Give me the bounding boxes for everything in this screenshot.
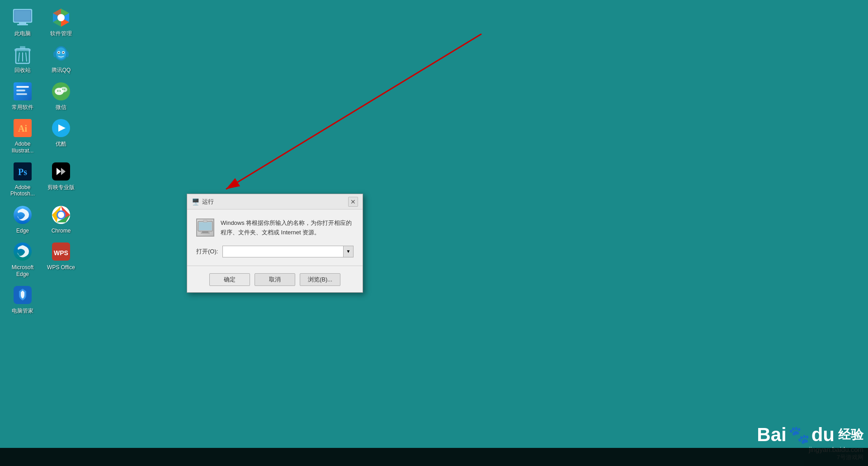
icon-wechat[interactable]: 微信 <box>43 78 79 113</box>
dialog-input-container: ▼ <box>222 246 354 257</box>
svg-rect-48 <box>202 231 208 233</box>
desktop: 此电脑 软件管理 <box>0 0 868 466</box>
svg-rect-49 <box>201 233 210 233</box>
adobe-ps-label: Adobe Photosh... <box>7 184 38 197</box>
dialog-title-icon: 🖥️ <box>192 198 199 205</box>
icon-row-0: 此电脑 软件管理 <box>5 5 79 39</box>
jianying-icon <box>50 161 72 182</box>
common-sw-icon <box>12 81 33 102</box>
svg-point-39 <box>58 212 64 218</box>
pcmgr-label: 电脑管家 <box>12 308 33 314</box>
youku-icon <box>50 117 72 139</box>
icon-wps[interactable]: WPS WPS Office <box>43 238 79 280</box>
dialog-titlebar: 🖥️ 运行 ✕ <box>187 194 363 209</box>
icon-ms-edge[interactable]: Microsoft Edge <box>5 238 41 280</box>
dialog-cancel-button[interactable]: 取消 <box>255 273 295 286</box>
svg-rect-20 <box>16 90 25 91</box>
icon-software-mgr[interactable]: 软件管理 <box>43 5 79 39</box>
ms-edge-icon <box>12 241 33 262</box>
icon-adobe-ai[interactable]: Ai Adobe Illustrat... <box>5 115 41 156</box>
jingyan-text: 经验 <box>838 426 863 443</box>
youku-label: 优酷 <box>56 141 66 147</box>
svg-rect-7 <box>14 49 31 51</box>
dialog-run-icon <box>196 219 214 237</box>
svg-point-5 <box>57 14 65 21</box>
icon-youku[interactable]: 优酷 <box>43 115 79 156</box>
jianying-label: 剪映专业版 <box>47 184 75 190</box>
recycle-label: 回收站 <box>14 67 31 73</box>
icon-recycle[interactable]: 回收站 <box>5 41 41 76</box>
icon-row-7: 电脑管家 <box>5 282 79 316</box>
icon-common-sw[interactable]: 常用软件 <box>5 78 41 113</box>
wechat-icon <box>50 81 72 102</box>
svg-rect-19 <box>16 86 29 88</box>
icon-adobe-ps[interactable]: Ps Adobe Photosh... <box>5 158 41 200</box>
icon-row-1: 回收站 腾讯QQ <box>5 41 79 76</box>
svg-point-27 <box>62 89 63 90</box>
dialog-open-input[interactable] <box>222 246 344 257</box>
svg-point-17 <box>63 52 64 53</box>
desktop-icons: 此电脑 软件管理 <box>5 5 79 316</box>
icon-row-3: Ai Adobe Illustrat... 优酷 <box>5 115 79 156</box>
this-pc-label: 此电脑 <box>14 30 31 37</box>
dialog-open-row: 打开(O): ▼ <box>187 242 363 262</box>
icon-row-6: Microsoft Edge WPS WPS Office <box>5 238 79 280</box>
svg-text:WPS: WPS <box>54 249 68 257</box>
run-dialog: 🖥️ 运行 ✕ Windows 将根据你所输入的名称，为你打开相应的程序、文件夹… <box>187 194 363 293</box>
svg-line-45 <box>226 34 481 189</box>
icon-row-4: Ps Adobe Photosh... 剪映专业版 <box>5 158 79 200</box>
svg-rect-2 <box>17 24 28 25</box>
chrome-icon <box>50 204 72 226</box>
wechat-label: 微信 <box>56 104 66 110</box>
svg-point-13 <box>56 48 66 59</box>
ms-edge-label: Microsoft Edge <box>7 264 38 277</box>
svg-line-9 <box>19 52 19 62</box>
icon-qq[interactable]: 腾讯QQ <box>43 41 79 76</box>
dialog-separator <box>187 266 363 266</box>
adobe-ai-icon: Ai <box>12 117 33 139</box>
annotation-arrow <box>0 0 868 466</box>
icon-row-5: Edge Chrome <box>5 202 79 236</box>
svg-text:Ps: Ps <box>18 167 27 177</box>
baidu-paw-icon: 🐾 <box>788 425 810 445</box>
svg-rect-47 <box>199 222 212 230</box>
edge-icon <box>12 204 33 226</box>
computer-icon <box>12 7 33 29</box>
dialog-ok-button[interactable]: 确定 <box>209 273 250 286</box>
dialog-body: Windows 将根据你所输入的名称，为你打开相应的程序、文件夹、文档或 Int… <box>187 209 363 242</box>
svg-point-16 <box>58 52 60 53</box>
edge-label: Edge <box>16 228 29 234</box>
wps-icon: WPS <box>50 241 72 262</box>
svg-rect-1 <box>19 22 26 24</box>
dialog-close-button[interactable]: ✕ <box>348 197 358 207</box>
dialog-titlebar-left: 🖥️ 运行 <box>192 198 214 206</box>
pcmgr-icon <box>12 284 33 306</box>
wps-label: WPS Office <box>47 264 75 271</box>
dialog-open-label: 打开(O): <box>196 247 218 256</box>
icon-this-pc[interactable]: 此电脑 <box>5 5 41 39</box>
svg-point-28 <box>64 89 65 90</box>
dialog-dropdown-button[interactable]: ▼ <box>344 246 354 257</box>
dialog-browse-button[interactable]: 浏览(B)... <box>300 273 340 286</box>
svg-rect-3 <box>15 11 30 21</box>
icon-edge[interactable]: Edge <box>5 202 41 236</box>
software-mgr-label: 软件管理 <box>50 30 72 37</box>
icon-row-2: 常用软件 微信 <box>5 78 79 113</box>
qq-label: 腾讯QQ <box>52 67 71 73</box>
svg-rect-50 <box>203 220 207 222</box>
qq-icon <box>50 43 72 65</box>
software-mgr-icon <box>50 7 72 29</box>
chrome-label: Chrome <box>52 228 71 234</box>
taskbar <box>0 448 868 466</box>
dialog-buttons: 确定 取消 浏览(B)... <box>187 270 363 292</box>
svg-point-26 <box>60 87 67 92</box>
svg-point-24 <box>57 90 59 91</box>
icon-pcmgr[interactable]: 电脑管家 <box>5 282 41 316</box>
svg-rect-8 <box>20 46 25 49</box>
svg-rect-21 <box>16 93 27 95</box>
adobe-ai-label: Adobe Illustrat... <box>7 141 38 154</box>
dialog-title: 运行 <box>202 198 214 206</box>
icon-jianying[interactable]: 剪映专业版 <box>43 158 79 200</box>
baidu-du-text: du <box>811 424 835 446</box>
icon-chrome[interactable]: Chrome <box>43 202 79 236</box>
